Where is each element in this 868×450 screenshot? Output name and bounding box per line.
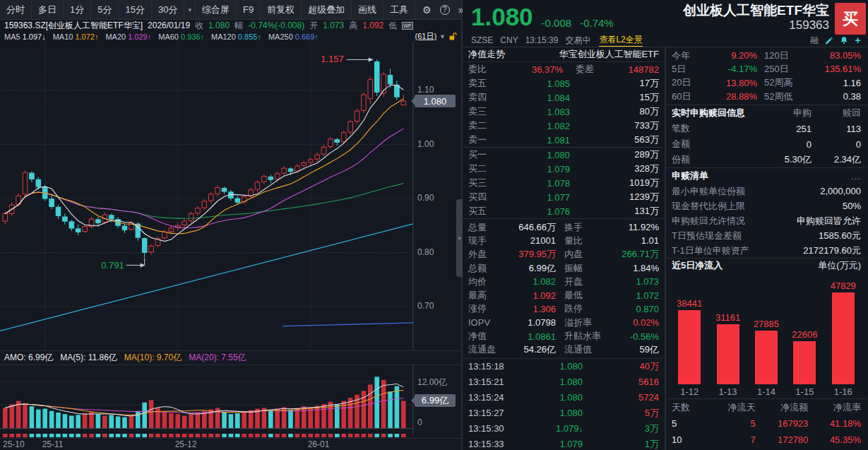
bar-value-label: 22606 bbox=[792, 329, 817, 340]
weicha-value: 148782 bbox=[594, 64, 659, 75]
toolbar-menu-1[interactable]: F9 bbox=[237, 0, 261, 19]
tab-period-4[interactable]: 15分 bbox=[119, 0, 151, 19]
add-watchlist-icon[interactable]: + bbox=[855, 36, 861, 45]
toolbar-menu-4[interactable]: 画线 bbox=[352, 0, 384, 19]
net-inflow-table: 天数净流天净流额净流率5516792341.18%10717278045.35% bbox=[666, 398, 867, 450]
tick-row: 13:15:181.08040万 bbox=[463, 359, 665, 374]
tab-period-2[interactable]: 1分 bbox=[64, 0, 91, 19]
creation-list-section: 申赎清单 ... 最小申赎单位份额2,000,000现金替代比例上限50%申购赎… bbox=[666, 167, 867, 258]
quote-panel: 净值走势 华宝创业板人工智能ETF 委比 36.37% 委差 148782 卖五… bbox=[463, 47, 666, 450]
nav-row: 净值走势 华宝创业板人工智能ETF bbox=[463, 47, 665, 62]
creation-list-title: 申赎清单 bbox=[672, 170, 708, 182]
amo-value: AMO: 6.99亿 bbox=[4, 352, 53, 364]
volume-chart-svg bbox=[0, 365, 463, 434]
bid-row[interactable]: 买三1.0781019万 bbox=[463, 176, 665, 190]
date-axis: 25-1025-1125-1226-01 bbox=[0, 438, 461, 450]
performance-section: 今年9.20%120日83.05%5日-4.17%250日135.61%20日1… bbox=[666, 47, 867, 105]
bar-col: 278851-14 bbox=[748, 319, 785, 397]
bid-row[interactable]: 买四1.0771239万 bbox=[463, 190, 665, 204]
net-inflow-bar-chart: 384411-12311611-13278851-14226061-154782… bbox=[666, 273, 867, 398]
volume-axis-top: 12.00亿 bbox=[417, 377, 447, 389]
inflow-bar bbox=[832, 292, 855, 384]
high-label: 高 bbox=[349, 20, 357, 31]
ask-row[interactable]: 卖五1.08517万 bbox=[463, 76, 665, 90]
ma-item-ma20: MA201.029↑ bbox=[105, 32, 151, 41]
ask-row[interactable]: 卖三1.08380万 bbox=[463, 105, 665, 119]
creation-list-row: 申购赎回允许情况申购赎回皆允许 bbox=[666, 213, 867, 228]
instrument-name-block: 创业板人工智能ETF华宝 159363 bbox=[683, 1, 829, 32]
ask-levels: 卖五1.08517万卖四1.08415万卖三1.08380万卖二1.082733… bbox=[463, 76, 665, 147]
quote-header-icons: 融 + bbox=[810, 35, 861, 47]
bar-col: 478291-16 bbox=[825, 280, 862, 397]
stat-row: 总额6.99亿振幅1.84% bbox=[463, 261, 665, 275]
volume-indicator-bar: AMO: 6.99亿 MA(5): 11.86亿 MA(10): 9.70亿 M… bbox=[0, 350, 461, 365]
perf-row: 20日13.80%52周高1.16 bbox=[666, 76, 867, 90]
price-axis-label: 1.00 bbox=[417, 139, 434, 149]
open-label: 开 bbox=[309, 20, 318, 31]
period-dropdown-icon[interactable]: ▼ bbox=[439, 33, 446, 40]
currency-label: CNY bbox=[500, 35, 518, 45]
toolbar-menu-0[interactable]: 综合屏 bbox=[196, 0, 237, 19]
buy-button[interactable]: 买 bbox=[835, 3, 866, 35]
bar-category-label: 1-13 bbox=[719, 384, 737, 397]
change-percent: -0.74% bbox=[580, 17, 614, 29]
ma-item-ma10: MA101.072↑ bbox=[53, 32, 99, 41]
ma-item-ma120: MA1200.855↑ bbox=[211, 32, 261, 41]
toolbar-menu-5[interactable]: 工具 bbox=[384, 0, 415, 19]
daily-direction-ribbon bbox=[0, 433, 461, 438]
wp-badge-icon: WP bbox=[402, 22, 412, 30]
volume-chart[interactable]: 12.00亿 6.99亿 0 bbox=[0, 365, 463, 433]
bid-row[interactable]: 买二1.079328万 bbox=[463, 162, 665, 176]
chart-section: 分时多日1分5分15分30分▾ 综合屏F9前复权超级叠加画线工具 ⚙ ? » 1… bbox=[0, 0, 463, 450]
last-price-tag: 1.080 bbox=[415, 95, 456, 107]
amo-ma5: MA(5): 11.86亿 bbox=[60, 352, 117, 364]
edit-pencil-icon[interactable] bbox=[825, 36, 833, 45]
toolbar-menu-2[interactable]: 前复权 bbox=[261, 0, 302, 19]
instrument-code: 159363 bbox=[683, 18, 829, 32]
tab-period-1[interactable]: 多日 bbox=[32, 0, 64, 19]
date-label: 26-01 bbox=[308, 439, 330, 449]
date-label: 25-12 bbox=[175, 439, 197, 449]
settings-gear-icon[interactable]: ⚙ bbox=[422, 4, 432, 16]
subscription-title: 实时申购赎回信息 bbox=[672, 107, 762, 119]
net-inflow-unit: 单位(万元) bbox=[818, 259, 861, 272]
unlock-icon[interactable] bbox=[448, 32, 457, 41]
bar-value-label: 38441 bbox=[677, 298, 702, 309]
tab-period-5[interactable]: 30分 bbox=[152, 0, 184, 19]
bar-category-label: 1-14 bbox=[757, 384, 775, 397]
ask-row[interactable]: 卖四1.08415万 bbox=[463, 90, 665, 105]
bar-value-label: 31161 bbox=[715, 312, 740, 323]
amo-ma10: MA(10): 9.70亿 bbox=[124, 352, 182, 364]
subscription-row: 金额00 bbox=[666, 136, 867, 152]
exchange-label: SZSE bbox=[471, 35, 493, 45]
more-ellipsis[interactable]: ... bbox=[851, 171, 861, 182]
period-more-caret-icon[interactable]: ▾ bbox=[184, 0, 196, 19]
tab-period-0[interactable]: 分时 bbox=[0, 0, 32, 19]
bid-row[interactable]: 买五1.076131万 bbox=[463, 204, 665, 218]
instrument-symbol: 159363.SZ[创业板人工智能ETF华宝] bbox=[4, 20, 143, 31]
inflow-bar bbox=[678, 310, 701, 384]
weicha-label: 委差 bbox=[563, 63, 594, 76]
help-icon[interactable]: ? bbox=[440, 5, 450, 15]
l2-view-link[interactable]: 查看L2全景 bbox=[599, 34, 642, 47]
bid-row[interactable]: 买一1.080289万 bbox=[463, 148, 665, 162]
period-selector[interactable]: (61日) bbox=[415, 31, 437, 42]
ask-row[interactable]: 卖一1.081563万 bbox=[463, 133, 665, 147]
ask-row[interactable]: 卖二1.082733万 bbox=[463, 119, 665, 133]
time-sales-list[interactable]: 13:15:181.08040万13:15:211.080561613:15:2… bbox=[463, 359, 665, 450]
tick-row: 13:15:241.0805724 bbox=[463, 390, 665, 405]
panel-collapse-handle[interactable]: » bbox=[456, 199, 463, 277]
trade-date: 2026/01/19 bbox=[148, 20, 190, 30]
last-price: 1.080 bbox=[471, 1, 533, 32]
toolbar-menu-3[interactable]: 超级叠加 bbox=[302, 0, 352, 19]
tab-period-3[interactable]: 5分 bbox=[91, 0, 119, 19]
price-axis-label: 1.10 bbox=[417, 85, 434, 95]
volume-tag: 6.99亿 bbox=[415, 394, 456, 407]
candlestick-chart[interactable]: 1.1570.791 1.080 1.101.000.900.800.70 bbox=[0, 42, 463, 350]
nav-trend-tab[interactable]: 净值走势 bbox=[468, 48, 505, 61]
perf-row: 5日-4.17%250日135.61% bbox=[666, 62, 867, 76]
tick-row: 13:15:331.0791万 bbox=[463, 437, 665, 450]
chart-toolbar: 分时多日1分5分15分30分▾ 综合屏F9前复权超级叠加画线工具 ⚙ ? » bbox=[0, 0, 461, 20]
inflow-bar bbox=[755, 331, 778, 384]
alert-bell-icon[interactable] bbox=[840, 36, 848, 45]
